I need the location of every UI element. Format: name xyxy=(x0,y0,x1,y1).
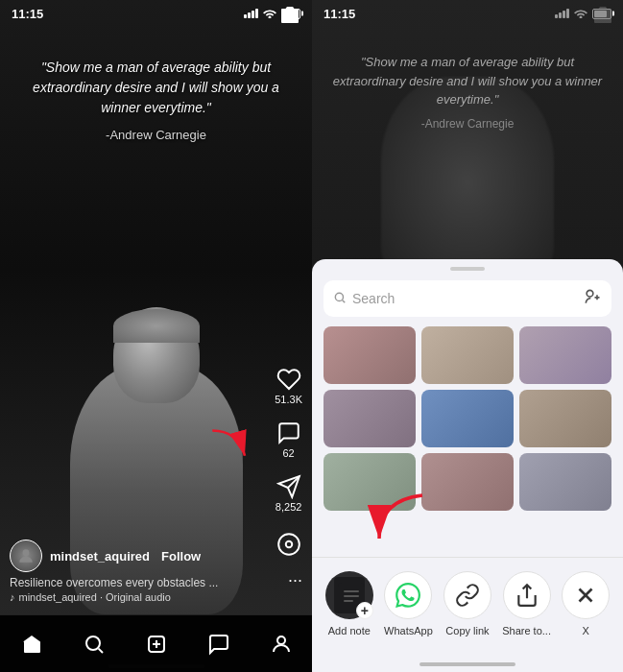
user-description: Resilience overcomes every obstacles ... xyxy=(10,576,269,589)
left-quote: "Show me a man of average ability but ex… xyxy=(15,58,297,145)
search-icon xyxy=(333,291,347,307)
right-signal-icon xyxy=(555,9,569,18)
add-note-label: Add note xyxy=(328,625,371,636)
svg-line-7 xyxy=(98,648,102,652)
camera-icon[interactable] xyxy=(279,6,302,29)
red-arrow-left xyxy=(202,423,259,485)
close-x-label: X xyxy=(583,625,589,636)
wifi-icon xyxy=(263,8,276,20)
copy-link-item[interactable]: Copy link xyxy=(439,571,496,636)
copy-link-label: Copy link xyxy=(445,625,489,636)
right-time: 11:15 xyxy=(323,7,355,21)
copy-link-icon-circle xyxy=(443,571,491,619)
contact-thumb-4[interactable] xyxy=(323,390,416,447)
whatsapp-item[interactable]: WhatsApp xyxy=(379,571,437,636)
svg-line-13 xyxy=(343,300,346,302)
likes-count: 51.3K xyxy=(275,394,302,405)
right-wifi-icon xyxy=(574,5,587,22)
whatsapp-label: WhatsApp xyxy=(384,625,433,636)
like-button[interactable]: 51.3K xyxy=(275,367,302,405)
left-time: 11:15 xyxy=(12,7,43,21)
contact-thumb-9[interactable] xyxy=(519,453,611,511)
plus-badge: + xyxy=(356,602,373,619)
avatar[interactable] xyxy=(10,540,42,572)
search-placeholder: Search xyxy=(352,291,395,306)
nav-search[interactable] xyxy=(83,633,106,656)
sheet-handle xyxy=(450,267,485,271)
contact-thumb-5[interactable] xyxy=(421,390,514,447)
contact-thumb-2[interactable] xyxy=(421,326,514,384)
nav-home[interactable] xyxy=(20,633,43,656)
svg-rect-21 xyxy=(344,600,353,602)
right-status-bar: 11:15 xyxy=(312,0,623,27)
close-x-item[interactable]: X xyxy=(557,571,614,636)
right-quote-author: -Andrew Carnegie xyxy=(327,115,608,132)
svg-point-3 xyxy=(285,541,292,548)
contact-thumb-6[interactable] xyxy=(519,390,611,447)
share-button[interactable]: 8,252 xyxy=(276,474,302,513)
right-quote: "Show me a man of average ability but ex… xyxy=(327,53,608,132)
left-quote-author: -Andrew Carnegie xyxy=(15,126,297,145)
red-arrow-right xyxy=(360,486,437,557)
share-to-item[interactable]: Share to... xyxy=(498,571,556,636)
contact-thumb-3[interactable] xyxy=(519,326,611,384)
comment-button[interactable]: 62 xyxy=(276,420,301,459)
svg-point-6 xyxy=(86,636,100,650)
user-row: mindset_aquired Follow xyxy=(10,540,269,572)
action-buttons: 51.3K 62 8,252 xyxy=(275,367,302,557)
svg-point-12 xyxy=(335,293,343,300)
svg-rect-20 xyxy=(344,595,359,597)
shares-count: 8,252 xyxy=(276,501,302,513)
add-note-item[interactable]: + Add note xyxy=(321,571,378,636)
bottom-nav xyxy=(0,614,312,672)
audio-info: ♪ mindset_aquired · Original audio xyxy=(10,591,269,603)
right-home-indicator xyxy=(419,662,515,666)
svg-rect-19 xyxy=(344,590,359,592)
action-row: + Add note WhatsApp xyxy=(312,558,623,636)
bottom-actions: + Add note WhatsApp xyxy=(312,557,623,672)
left-panel: 11:15 "Show me a man of average ability … xyxy=(0,0,312,672)
contacts-grid xyxy=(312,323,623,515)
user-info: mindset_aquired Follow Resilience overco… xyxy=(10,540,269,603)
contact-thumb-1[interactable] xyxy=(323,326,416,384)
nav-add[interactable] xyxy=(145,633,168,656)
more-options[interactable]: ··· xyxy=(288,570,302,590)
left-status-bar: 11:15 xyxy=(0,0,312,27)
svg-point-11 xyxy=(277,636,285,644)
audio-disc[interactable] xyxy=(276,532,301,557)
share-to-icon-circle xyxy=(503,571,551,619)
follow-button[interactable]: Follow xyxy=(161,549,201,564)
share-sheet: Search xyxy=(312,259,623,672)
right-panel: 11:15 "Show me a man of average ability … xyxy=(312,0,623,672)
search-bar[interactable]: Search xyxy=(323,280,611,317)
close-x-icon-circle xyxy=(562,571,610,619)
svg-point-5 xyxy=(23,549,30,556)
nav-inbox[interactable] xyxy=(207,633,230,656)
username[interactable]: mindset_aquired xyxy=(50,549,150,564)
right-camera-icon[interactable] xyxy=(592,6,613,29)
whatsapp-icon-circle xyxy=(384,571,432,619)
signal-icon xyxy=(244,9,258,18)
svg-point-2 xyxy=(278,534,300,555)
comments-count: 62 xyxy=(283,447,295,459)
add-contact-button[interactable] xyxy=(583,287,602,310)
svg-point-14 xyxy=(587,290,593,297)
share-to-label: Share to... xyxy=(502,625,551,636)
nav-profile[interactable] xyxy=(270,633,293,656)
